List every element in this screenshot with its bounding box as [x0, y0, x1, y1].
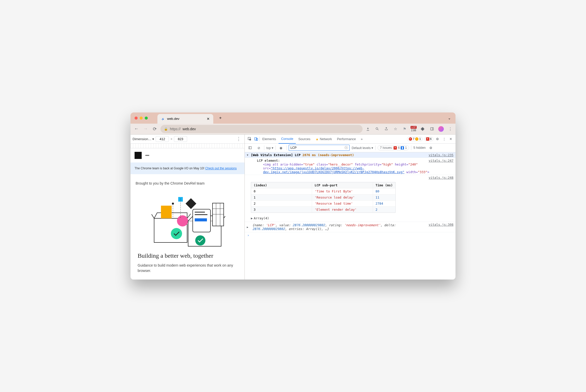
- page-logo-icon: [135, 152, 142, 159]
- rendered-page: The Chrome team is back at Google I/O on…: [131, 148, 245, 280]
- browser-window: web.dev ✕ ＋ ⌄ ← → ⟳ 🔒 https://web.dev ☆ …: [131, 112, 455, 280]
- device-ruler: [131, 144, 245, 148]
- browser-tab[interactable]: web.dev ✕: [157, 114, 213, 124]
- tab-favicon: [161, 117, 165, 121]
- devtools-tabs: Elements Console Sources ▲Network Perfor…: [245, 135, 455, 144]
- context-selector[interactable]: top ▾: [266, 146, 273, 150]
- page-heading: Building a better web, together: [131, 249, 245, 261]
- devtools-settings-icon[interactable]: ⚙: [434, 136, 441, 142]
- bookmark-icon[interactable]: ☆: [393, 126, 398, 132]
- titlebar: web.dev ✕ ＋ ⌄: [131, 112, 455, 124]
- svg-point-4: [177, 215, 188, 226]
- table-row: 2'Resource load time'2784: [251, 200, 395, 206]
- console-toolbar: ⊘ top ▾ ◉ ⓧ Default levels ▾ 7 Issues: ✕…: [245, 144, 455, 152]
- svg-rect-1: [430, 128, 433, 130]
- tab-close-icon[interactable]: ✕: [207, 117, 210, 121]
- back-button[interactable]: ←: [133, 126, 140, 132]
- console-sidebar-icon[interactable]: [247, 144, 253, 151]
- banner-link[interactable]: Check out the sessions: [205, 167, 237, 170]
- console-row-lcp-header: ▼ [Web Vitals Extension] LCP 2876 ms (ne…: [245, 152, 455, 158]
- maximize-window-button[interactable]: [145, 117, 148, 120]
- page-header-stub: [131, 148, 245, 162]
- chevron-down-icon: ▾: [152, 137, 154, 141]
- menu-icon[interactable]: ⋮: [447, 126, 453, 132]
- minimize-window-button[interactable]: [140, 117, 143, 120]
- lcp-extension-badge[interactable]: LCP 2.88: [411, 126, 416, 132]
- caret-icon[interactable]: ▼: [247, 153, 249, 156]
- share-icon[interactable]: [383, 126, 389, 132]
- table-row: 3'Element render delay'2: [251, 206, 395, 213]
- tab-overflow-icon[interactable]: ⌄: [448, 116, 453, 120]
- console-settings-icon[interactable]: ⚙: [428, 144, 434, 151]
- dimension-separator: ×: [170, 137, 172, 141]
- tab-performance[interactable]: Performance: [334, 134, 358, 143]
- source-link[interactable]: vitals.js:308: [426, 223, 453, 226]
- svg-rect-3: [161, 206, 172, 218]
- console-filter-input[interactable]: ⓧ: [289, 145, 350, 151]
- sidepanel-icon[interactable]: [429, 126, 435, 132]
- warning-icon: ▲: [316, 137, 319, 141]
- lock-icon: 🔒: [164, 127, 168, 131]
- console-row-table: vitals.js:248 (index) LCP sub-part Time …: [245, 175, 455, 222]
- devtools-menu-icon[interactable]: ⋮: [441, 136, 447, 142]
- hidden-messages[interactable]: 5 hidden: [413, 146, 426, 150]
- device-toolbar-menu-icon[interactable]: ⋮: [235, 136, 242, 142]
- devtools-close-icon[interactable]: ✕: [447, 136, 454, 142]
- lcp-breakdown-table: (index) LCP sub-part Time (ms) 0'Time to…: [251, 182, 396, 213]
- device-height-input[interactable]: [174, 136, 187, 142]
- table-array-footer[interactable]: ▶Array(4): [245, 215, 271, 222]
- extensions-icon[interactable]: [420, 126, 426, 132]
- log-levels-select[interactable]: Default levels ▾: [352, 146, 373, 150]
- device-toggle-icon[interactable]: [253, 136, 259, 142]
- traffic-lights: [133, 117, 148, 120]
- new-tab-button[interactable]: ＋: [218, 115, 222, 121]
- toolbar-icons: ☆ ⚑ LCP 2.88 ⋮: [365, 126, 453, 132]
- profile-avatar[interactable]: [438, 126, 444, 132]
- omnibox[interactable]: 🔒 https://web.dev: [160, 125, 363, 133]
- svg-rect-7: [185, 198, 196, 209]
- svg-rect-13: [213, 203, 224, 226]
- issues-button[interactable]: 7 Issues: ✕6 ❚1: [378, 145, 409, 150]
- source-link[interactable]: vitals.js:235: [426, 153, 453, 157]
- clear-console-icon[interactable]: ⊘: [255, 144, 262, 151]
- page-banner: The Chrome team is back at Google I/O on…: [131, 162, 245, 174]
- tab-title: web.dev: [167, 117, 179, 121]
- page-kicker: Brought to you by the Chrome DevRel team: [131, 174, 245, 188]
- blocked-count[interactable]: ✕6: [424, 137, 433, 141]
- tab-network[interactable]: ▲Network: [313, 134, 335, 143]
- device-width-input[interactable]: [156, 136, 169, 142]
- caret-icon[interactable]: ▶: [247, 225, 249, 228]
- tabs-overflow-icon[interactable]: »: [359, 136, 365, 142]
- tab-sources[interactable]: Sources: [296, 134, 313, 143]
- page-subheading: Guidance to build modern web experiences…: [131, 261, 245, 280]
- page-nav-stub: [145, 155, 149, 156]
- table-header: (index) LCP sub-part Time (ms): [251, 182, 395, 188]
- close-window-button[interactable]: [135, 117, 138, 120]
- source-link[interactable]: vitals.js:248: [426, 176, 453, 179]
- table-row: 1'Resource load delay'11: [251, 194, 395, 200]
- device-select[interactable]: Dimension… ▾: [133, 137, 154, 141]
- main-split: Dimension… ▾ × ⋮ The Chrome team is back…: [131, 134, 455, 280]
- inspect-icon[interactable]: [246, 136, 253, 142]
- live-expression-icon[interactable]: ◉: [278, 144, 284, 151]
- console-row-object: ▶ {name: 'LCP', value: 2876.200000029802…: [245, 222, 455, 232]
- source-link[interactable]: vitals.js:247: [426, 159, 453, 162]
- error-count[interactable]: ✕7 !1: [407, 137, 423, 141]
- svg-rect-12: [195, 218, 207, 221]
- filter-clear-icon[interactable]: ⓧ: [345, 146, 348, 150]
- reload-button[interactable]: ⟳: [151, 126, 158, 132]
- console-prompt[interactable]: ›: [245, 232, 455, 238]
- console-output: ▼ [Web Vitals Extension] LCP 2876 ms (ne…: [245, 152, 455, 280]
- hero-illustration: [131, 188, 245, 249]
- table-row: 0'Time to First Byte'80: [251, 188, 395, 194]
- svg-rect-11: [195, 214, 207, 215]
- flag-icon[interactable]: ⚑: [402, 126, 407, 132]
- forward-button[interactable]: →: [142, 126, 149, 132]
- lcp-element-html: <img alt aria-hidden="true" class="hero_…: [257, 162, 453, 174]
- device-toolbar: Dimension… ▾ × ⋮: [131, 135, 245, 144]
- svg-rect-19: [249, 147, 252, 149]
- tab-elements[interactable]: Elements: [260, 134, 279, 143]
- tab-console[interactable]: Console: [279, 135, 296, 144]
- install-icon[interactable]: [365, 126, 371, 132]
- zoom-icon[interactable]: [374, 126, 380, 132]
